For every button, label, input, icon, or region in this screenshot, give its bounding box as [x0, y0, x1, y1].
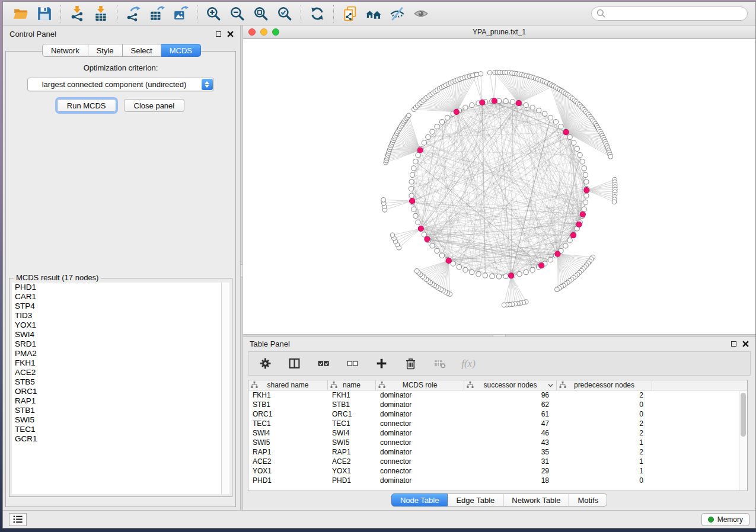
mcds-result-item[interactable]: GCR1	[12, 434, 221, 444]
export-table-button[interactable]	[145, 4, 169, 24]
hide-selected-button[interactable]	[385, 4, 409, 24]
graph-node[interactable]	[409, 193, 414, 198]
graph-node[interactable]	[517, 271, 522, 276]
task-history-button[interactable]	[9, 513, 27, 526]
graph-node[interactable]	[584, 193, 589, 198]
graph-hub-node[interactable]	[584, 187, 589, 193]
graph-node[interactable]	[548, 257, 553, 262]
delete-table-button[interactable]	[432, 356, 447, 371]
show-all-button[interactable]	[409, 4, 433, 24]
float-panel-icon[interactable]	[216, 31, 221, 37]
tab-select[interactable]: Select	[123, 44, 161, 57]
mcds-result-item[interactable]: CAR1	[12, 292, 221, 302]
network-graph[interactable]	[243, 39, 755, 334]
graph-hub-node[interactable]	[492, 98, 497, 104]
function-builder-button[interactable]: f(x)	[461, 356, 476, 371]
graph-node[interactable]	[510, 100, 515, 104]
graph-node[interactable]	[413, 159, 418, 164]
graph-node[interactable]	[409, 180, 414, 184]
run-mcds-button[interactable]: Run MCDS	[57, 99, 116, 112]
graph-hub-node[interactable]	[480, 100, 485, 105]
import-network-button[interactable]	[65, 4, 89, 24]
table-row[interactable]: FKH1FKH1dominator962	[248, 390, 747, 400]
graph-node[interactable]	[582, 166, 586, 171]
memory-button[interactable]: Memory	[701, 513, 749, 526]
tab-node-table[interactable]: Node Table	[391, 493, 448, 507]
graph-node[interactable]	[426, 134, 430, 139]
graph-node[interactable]	[567, 134, 572, 139]
graph-hub-node[interactable]	[580, 211, 585, 217]
graph-node[interactable]	[524, 102, 528, 107]
column-header-mcds-role[interactable]: MCDS role	[376, 380, 464, 390]
graph-node[interactable]	[412, 166, 416, 171]
column-header-predecessor-nodes[interactable]: predecessor nodes	[557, 380, 652, 390]
tab-style[interactable]: Style	[88, 44, 123, 57]
graph-node[interactable]	[536, 108, 541, 113]
column-header-name[interactable]: name	[328, 380, 376, 390]
delete-column-button[interactable]	[403, 356, 418, 371]
graph-node[interactable]	[430, 129, 435, 134]
graph-node[interactable]	[503, 98, 508, 103]
graph-node[interactable]	[457, 264, 461, 269]
graph-node[interactable]	[409, 186, 413, 191]
table-row[interactable]: YOX1YOX1connector291	[248, 466, 747, 476]
graph-node[interactable]	[416, 220, 420, 225]
table-row[interactable]: ACE2ACE2connector311	[248, 457, 747, 466]
add-column-button[interactable]	[374, 356, 389, 371]
search-input[interactable]	[609, 9, 742, 18]
graph-node[interactable]	[555, 287, 560, 292]
graph-node[interactable]	[563, 243, 568, 248]
graph-node[interactable]	[407, 113, 412, 118]
table-row[interactable]: ORC1ORC1dominator610	[248, 409, 747, 419]
graph-hub-node[interactable]	[539, 263, 544, 268]
close-panel-icon[interactable]	[227, 31, 234, 37]
mcds-result-item[interactable]: PHD1	[12, 283, 221, 292]
table-row[interactable]: TEC1TEC1connector472	[248, 419, 747, 428]
scrollbar-thumb[interactable]	[741, 393, 746, 437]
graph-node[interactable]	[439, 253, 444, 258]
graph-hub-node[interactable]	[516, 100, 521, 105]
export-network-button[interactable]	[122, 4, 145, 24]
refresh-button[interactable]	[305, 4, 329, 24]
graph-node[interactable]	[416, 153, 420, 158]
graph-node[interactable]	[463, 267, 468, 272]
table-row[interactable]: STB1STB1dominator620	[248, 400, 747, 409]
table-row[interactable]: RAP1RAP1dominator352	[248, 447, 747, 457]
graph-node[interactable]	[503, 274, 508, 278]
tab-network-table[interactable]: Network Table	[503, 493, 569, 507]
graph-node[interactable]	[584, 180, 589, 184]
graph-node[interactable]	[413, 213, 418, 218]
graph-node[interactable]	[410, 172, 414, 177]
table-row[interactable]: PHD1PHD1dominator180	[248, 476, 747, 485]
graph-node[interactable]	[414, 269, 419, 274]
close-panel-button[interactable]: Close panel	[124, 99, 185, 112]
mcds-list-scrollbar[interactable]	[221, 283, 229, 494]
graph-node[interactable]	[543, 111, 547, 116]
graph-hub-node[interactable]	[418, 226, 423, 231]
graph-node[interactable]	[571, 140, 576, 145]
graph-hub-node[interactable]	[446, 258, 451, 263]
mcds-result-item[interactable]: PMA2	[12, 349, 221, 358]
open-button[interactable]	[9, 4, 33, 24]
maximize-window-icon[interactable]	[272, 28, 279, 36]
graph-node[interactable]	[490, 274, 495, 278]
column-header-successor-nodes[interactable]: successor nodes	[464, 380, 557, 390]
graph-hub-node[interactable]	[417, 148, 423, 153]
table-row[interactable]: SWI5SWI5connector431	[248, 438, 747, 447]
graph-node[interactable]	[390, 233, 395, 238]
graph-node[interactable]	[608, 155, 613, 159]
show-columns-button[interactable]	[286, 356, 302, 371]
graph-hub-node[interactable]	[555, 251, 560, 257]
mcds-result-item[interactable]: TID3	[12, 311, 221, 321]
import-table-button[interactable]	[89, 4, 113, 24]
graph-node[interactable]	[381, 198, 386, 203]
graph-node[interactable]	[502, 303, 506, 307]
mcds-result-item[interactable]: YOX1	[12, 321, 221, 330]
mcds-result-list[interactable]: PHD1CAR1STP4TID3YOX1SWI4SRD1PMA2FKH1ACE2…	[12, 283, 221, 494]
graph-node[interactable]	[530, 267, 535, 272]
close-window-icon[interactable]	[248, 28, 256, 36]
graph-node[interactable]	[439, 120, 444, 124]
graph-node[interactable]	[435, 248, 439, 253]
mcds-result-item[interactable]: TEC1	[12, 425, 221, 434]
graph-node[interactable]	[530, 105, 535, 110]
